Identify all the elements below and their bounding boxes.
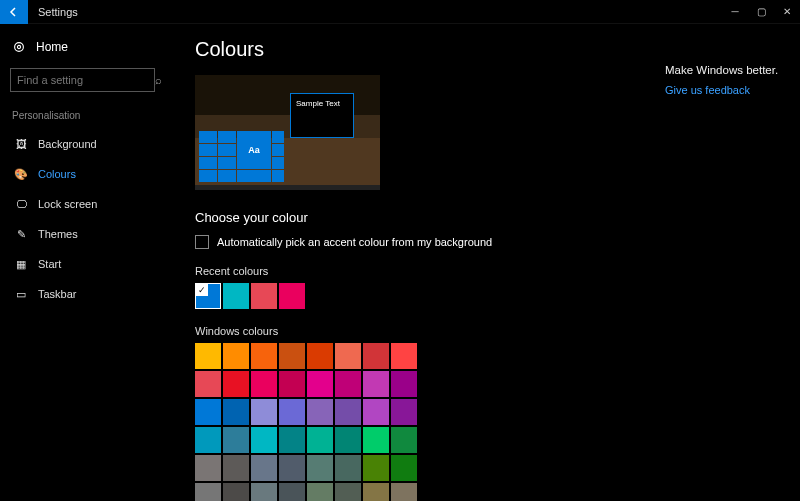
palette-swatch[interactable] (279, 343, 305, 369)
sidebar-item-label: Taskbar (38, 288, 77, 300)
palette-swatch[interactable] (335, 399, 361, 425)
home-nav[interactable]: Home (10, 36, 155, 64)
palette-swatch[interactable] (335, 483, 361, 501)
palette-swatch[interactable] (279, 455, 305, 481)
sidebar-item-lockscreen[interactable]: 🖵 Lock screen (10, 191, 155, 217)
palette-swatch[interactable] (363, 343, 389, 369)
recent-swatch[interactable] (251, 283, 277, 309)
page-title: Colours (195, 38, 645, 61)
palette-swatch[interactable] (195, 399, 221, 425)
palette-swatch[interactable] (223, 455, 249, 481)
palette-swatch[interactable] (251, 427, 277, 453)
sidebar-item-start[interactable]: ▦ Start (10, 251, 155, 277)
feedback-panel: Make Windows better. Give us feedback (665, 24, 800, 501)
sidebar-item-label: Themes (38, 228, 78, 240)
palette-swatch[interactable] (363, 399, 389, 425)
palette-swatch[interactable] (391, 343, 417, 369)
palette-swatch[interactable] (363, 371, 389, 397)
start-icon: ▦ (14, 257, 28, 271)
palette-swatch[interactable] (251, 483, 277, 501)
palette-swatch[interactable] (391, 483, 417, 501)
auto-pick-label: Automatically pick an accent colour from… (217, 236, 492, 248)
palette-swatch[interactable] (195, 455, 221, 481)
palette-swatch[interactable] (251, 455, 277, 481)
windows-colours-label: Windows colours (195, 325, 645, 337)
brush-icon: ✎ (14, 227, 28, 241)
svg-point-0 (15, 43, 24, 52)
palette-swatch[interactable] (335, 371, 361, 397)
sidebar-item-label: Start (38, 258, 61, 270)
gear-icon (12, 40, 26, 54)
sidebar-item-taskbar[interactable]: ▭ Taskbar (10, 281, 155, 307)
recent-swatch[interactable] (195, 283, 221, 309)
palette-swatch[interactable] (363, 483, 389, 501)
palette-icon: 🎨 (14, 167, 28, 181)
sidebar-item-label: Colours (38, 168, 76, 180)
search-input[interactable]: ⌕ (10, 68, 155, 92)
palette-swatch[interactable] (335, 427, 361, 453)
palette-swatch[interactable] (279, 399, 305, 425)
palette-swatch[interactable] (223, 427, 249, 453)
palette-swatch[interactable] (307, 343, 333, 369)
palette-swatch[interactable] (335, 343, 361, 369)
palette-swatch[interactable] (391, 427, 417, 453)
palette-swatch[interactable] (391, 399, 417, 425)
auto-pick-row[interactable]: Automatically pick an accent colour from… (195, 235, 645, 249)
palette-swatch[interactable] (223, 343, 249, 369)
search-icon: ⌕ (155, 74, 162, 86)
recent-swatch[interactable] (279, 283, 305, 309)
palette-swatch[interactable] (195, 343, 221, 369)
preview-big-tile: Aa (237, 131, 271, 169)
svg-point-1 (17, 45, 20, 48)
palette-swatch[interactable] (307, 455, 333, 481)
palette-swatch[interactable] (335, 455, 361, 481)
close-button[interactable]: ✕ (774, 0, 800, 24)
home-label: Home (36, 40, 68, 54)
palette-swatch[interactable] (279, 427, 305, 453)
palette-swatch[interactable] (279, 371, 305, 397)
choose-colour-header: Choose your colour (195, 210, 645, 225)
palette-swatch[interactable] (251, 343, 277, 369)
sidebar-item-background[interactable]: 🖼 Background (10, 131, 155, 157)
palette-swatch[interactable] (307, 427, 333, 453)
palette-swatch[interactable] (223, 399, 249, 425)
palette-swatch[interactable] (307, 399, 333, 425)
palette-swatch[interactable] (195, 427, 221, 453)
minimize-button[interactable]: ─ (722, 0, 748, 24)
lock-icon: 🖵 (14, 197, 28, 211)
palette-swatch[interactable] (307, 483, 333, 501)
preview-popup: Sample Text (290, 93, 354, 138)
back-button[interactable] (0, 0, 28, 24)
back-arrow-icon (8, 6, 20, 18)
sidebar-item-label: Background (38, 138, 97, 150)
sidebar-item-colours[interactable]: 🎨 Colours (10, 161, 155, 187)
palette-swatch[interactable] (195, 483, 221, 501)
sidebar: Home ⌕ Personalisation 🖼 Background 🎨 Co… (0, 24, 165, 501)
recent-colours (195, 283, 645, 309)
palette-swatch[interactable] (223, 371, 249, 397)
titlebar: Settings ─ ▢ ✕ (0, 0, 800, 24)
maximize-button[interactable]: ▢ (748, 0, 774, 24)
palette-swatch[interactable] (195, 371, 221, 397)
palette-swatch[interactable] (223, 483, 249, 501)
palette-swatch[interactable] (391, 371, 417, 397)
auto-pick-checkbox[interactable] (195, 235, 209, 249)
main-content: Colours Aa Sample Text Choose your colou… (165, 24, 665, 501)
palette-swatch[interactable] (363, 455, 389, 481)
palette-swatch[interactable] (279, 483, 305, 501)
recent-swatch[interactable] (223, 283, 249, 309)
preview-tiles: Aa (199, 131, 289, 186)
palette-swatch[interactable] (307, 371, 333, 397)
section-label: Personalisation (12, 110, 153, 121)
palette-swatch[interactable] (363, 427, 389, 453)
palette-swatch[interactable] (251, 371, 277, 397)
taskbar-icon: ▭ (14, 287, 28, 301)
search-field[interactable] (17, 74, 155, 86)
palette-swatch[interactable] (251, 399, 277, 425)
feedback-link[interactable]: Give us feedback (665, 84, 788, 96)
palette-swatch[interactable] (391, 455, 417, 481)
sidebar-item-label: Lock screen (38, 198, 97, 210)
feedback-header: Make Windows better. (665, 64, 788, 76)
sidebar-item-themes[interactable]: ✎ Themes (10, 221, 155, 247)
window-title: Settings (38, 6, 78, 18)
